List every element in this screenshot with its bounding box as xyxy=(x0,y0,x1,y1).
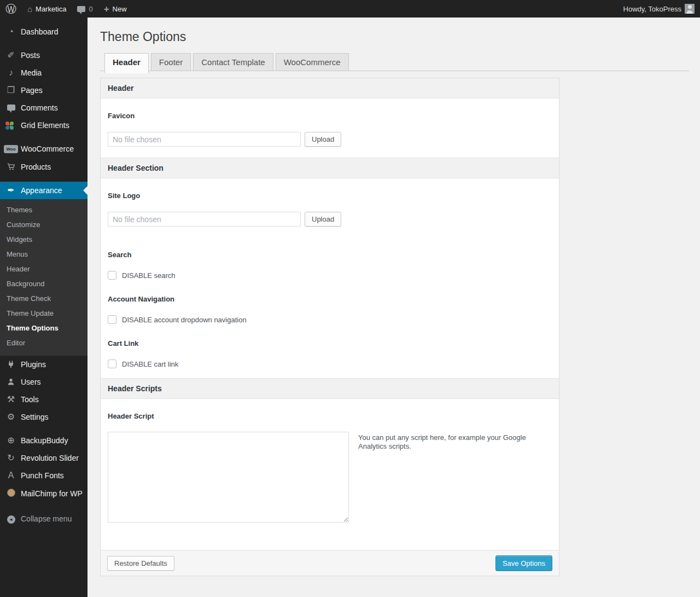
disable-cart-label: DISABLE cart link xyxy=(122,360,178,368)
refresh-arrows-icon: ↻ xyxy=(5,454,16,462)
sidebar-item-label: Dashboard xyxy=(21,27,59,36)
search-field: Search DISABLE search xyxy=(101,251,559,282)
sidebar-item-label: Plugins xyxy=(21,360,46,369)
page-title: Theme Options xyxy=(100,30,689,44)
comment-count: 0 xyxy=(89,5,92,13)
sidebar-item-label: WooCommerce xyxy=(21,144,74,153)
site-logo-upload-button[interactable]: Upload xyxy=(305,212,341,227)
disable-search-row: DISABLE search xyxy=(108,271,552,282)
user-icon xyxy=(5,378,16,386)
submenu-item-background[interactable]: Background xyxy=(0,276,88,291)
sidebar-item-plugins[interactable]: Plugins xyxy=(0,356,88,373)
sidebar-item-media[interactable]: ♪ Media xyxy=(0,64,88,82)
tab-woocommerce[interactable]: WooCommerce xyxy=(276,53,349,71)
sidebar-item-grid-elements[interactable]: Grid Elements xyxy=(0,117,88,134)
submenu-item-theme-options[interactable]: Theme Options xyxy=(0,321,88,335)
letter-a-icon: A xyxy=(5,471,16,480)
admin-bar: Ⓦ ⌂ Marketica 0 + New Howdy, TokoPress xyxy=(0,0,700,18)
account-menu[interactable]: Howdy, TokoPress xyxy=(618,0,700,18)
admin-menu: ◔ Dashboard ✐ Posts ♪ Media ❐ Pages Comm… xyxy=(0,18,88,597)
submenu-item-theme-update[interactable]: Theme Update xyxy=(0,306,88,321)
submenu-item-header[interactable]: Header xyxy=(0,262,88,276)
settings-icon: ⚙ xyxy=(5,413,16,421)
sidebar-item-users[interactable]: Users xyxy=(0,373,88,391)
collapse-menu-button[interactable]: ◄ Collapse menu xyxy=(0,509,88,528)
disable-account-row: DISABLE account dropdown navigation xyxy=(108,315,552,326)
tab-header[interactable]: Header xyxy=(104,53,149,73)
header-script-textarea[interactable] xyxy=(108,432,349,523)
cart-link-label: Cart Link xyxy=(108,339,552,347)
submenu-item-widgets[interactable]: Widgets xyxy=(0,232,88,247)
submenu-item-editor[interactable]: Editor xyxy=(0,335,88,350)
comment-bubble-icon xyxy=(77,6,85,12)
sidebar-item-woocommerce[interactable]: Woo WooCommerce xyxy=(0,140,88,158)
sidebar-item-punch-fonts[interactable]: A Punch Fonts xyxy=(0,467,88,484)
sidebar-item-label: Products xyxy=(21,163,51,171)
backup-icon: ⊕ xyxy=(5,436,16,445)
grid-elements-icon xyxy=(5,121,16,130)
page-footer: Thank you for creating with WordPress. V… xyxy=(88,576,700,597)
submenu-item-themes[interactable]: Themes xyxy=(0,202,88,217)
new-content-menu[interactable]: + New xyxy=(98,0,132,18)
plug-icon xyxy=(5,360,16,369)
sidebar-item-pages[interactable]: ❐ Pages xyxy=(0,82,88,99)
appearance-submenu: Themes Customize Widgets Menus Header Ba… xyxy=(0,199,88,356)
sidebar-item-products[interactable]: Products xyxy=(0,158,88,176)
search-label: Search xyxy=(108,251,552,259)
sidebar-item-label: Punch Fonts xyxy=(21,471,64,480)
brush-icon: ✒ xyxy=(5,186,16,195)
sidebar-item-label: Users xyxy=(21,378,41,386)
section-header-scripts: Header Scripts xyxy=(101,378,559,399)
sidebar-item-dashboard[interactable]: ◔ Dashboard xyxy=(0,23,88,40)
sidebar-item-label: Tools xyxy=(21,395,39,404)
sidebar-item-label: BackupBuddy xyxy=(21,436,68,445)
disable-search-checkbox[interactable] xyxy=(108,271,116,280)
sidebar-item-label: Grid Elements xyxy=(21,121,69,130)
site-name-label: Marketica xyxy=(36,5,66,13)
sidebar-item-backupbuddy[interactable]: ⊕ BackupBuddy xyxy=(0,432,88,449)
header-script-label: Header Script xyxy=(108,412,552,420)
site-logo-label: Site Logo xyxy=(108,192,552,200)
section-header: Header xyxy=(101,78,559,98)
sidebar-item-revolution-slider[interactable]: ↻ Revolution Slider xyxy=(0,449,88,467)
disable-cart-checkbox[interactable] xyxy=(108,360,116,368)
mailchimp-monkey-icon xyxy=(5,489,16,499)
favicon-upload-button[interactable]: Upload xyxy=(305,132,341,147)
submenu-item-theme-check[interactable]: Theme Check xyxy=(0,291,88,306)
header-script-help: You can put any script here, for example… xyxy=(358,432,528,523)
sidebar-item-settings[interactable]: ⚙ Settings xyxy=(0,408,88,426)
submenu-item-menus[interactable]: Menus xyxy=(0,247,88,262)
sidebar-item-label: MailChimp for WP xyxy=(21,489,83,498)
woocommerce-icon: Woo xyxy=(5,145,16,153)
sidebar-item-comments[interactable]: Comments xyxy=(0,99,88,117)
sidebar-item-mailchimp[interactable]: MailChimp for WP xyxy=(0,484,88,503)
restore-defaults-button[interactable]: Restore Defaults xyxy=(107,556,174,571)
favicon-field: Favicon Upload xyxy=(101,112,559,158)
sidebar-item-tools[interactable]: ⚒ Tools xyxy=(0,391,88,408)
site-logo-file-input[interactable] xyxy=(108,212,301,227)
comments-menu[interactable]: 0 xyxy=(72,0,98,18)
sidebar-item-label: Posts xyxy=(21,51,40,60)
save-options-button[interactable]: Save Options xyxy=(495,555,552,571)
wp-logo-menu[interactable]: Ⓦ xyxy=(0,0,22,18)
submenu-item-customize[interactable]: Customize xyxy=(0,217,88,232)
sidebar-item-label: Revolution Slider xyxy=(21,454,79,462)
sidebar-item-appearance[interactable]: ✒ Appearance xyxy=(0,182,88,199)
site-name-menu[interactable]: ⌂ Marketica xyxy=(22,0,72,18)
pages-icon: ❐ xyxy=(5,86,16,95)
disable-account-checkbox[interactable] xyxy=(108,315,116,324)
howdy-label: Howdy, TokoPress xyxy=(623,5,681,13)
account-navigation-field: Account Navigation DISABLE account dropd… xyxy=(101,295,559,326)
sidebar-item-label: Comments xyxy=(21,103,58,112)
home-icon: ⌂ xyxy=(27,5,32,13)
tab-contact-template[interactable]: Contact Template xyxy=(193,53,273,71)
wrench-icon: ⚒ xyxy=(5,395,16,404)
collapse-menu-label: Collapse menu xyxy=(21,514,72,523)
disable-account-label: DISABLE account dropdown navigation xyxy=(122,316,247,324)
panel-footer: Restore Defaults Save Options xyxy=(101,550,559,576)
favicon-file-input[interactable] xyxy=(108,132,301,147)
favicon-label: Favicon xyxy=(108,112,552,120)
tab-footer[interactable]: Footer xyxy=(151,53,191,71)
sidebar-item-posts[interactable]: ✐ Posts xyxy=(0,47,88,64)
cart-link-field: Cart Link DISABLE cart link xyxy=(101,339,559,378)
